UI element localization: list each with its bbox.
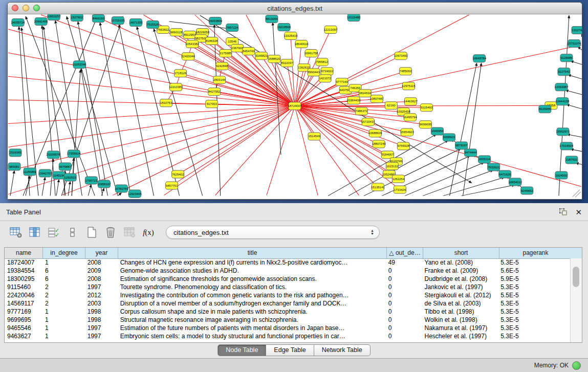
close-window-button[interactable] <box>12 5 18 11</box>
graph-node[interactable]: 917003 <box>206 100 218 108</box>
graph-node[interactable]: 8186328 <box>206 37 218 45</box>
graph-node[interactable]: 8322037 <box>281 59 293 67</box>
graph-node[interactable]: 14463627 <box>404 98 418 105</box>
graph-node[interactable]: 16961758 <box>304 50 318 57</box>
graph-node[interactable]: 8427552 <box>208 88 221 96</box>
column-header-pagerank[interactable]: pagerank <box>499 248 572 258</box>
graph-node[interactable]: 9975887 <box>59 163 71 170</box>
graph-node[interactable]: 15720437 <box>361 118 375 126</box>
tab-edge-table[interactable]: Edge Table <box>266 344 314 356</box>
graph-node[interactable]: 1514549 <box>308 133 320 140</box>
graph-node[interactable]: 2803144 <box>213 76 226 84</box>
graph-node[interactable]: 16033809 <box>208 17 222 25</box>
graph-node[interactable]: 2516065 <box>9 149 21 157</box>
graph-node[interactable]: 1187531 <box>565 156 578 164</box>
graph-node[interactable]: 9115460 <box>420 104 432 112</box>
graph-node[interactable]: 1615132 <box>386 162 398 170</box>
minimize-window-button[interactable] <box>23 5 29 11</box>
graph-node[interactable]: 3175685 <box>220 50 232 57</box>
graph-node[interactable]: 1312744 <box>572 27 582 34</box>
graph-node[interactable]: 21053346 <box>73 61 86 69</box>
graph-node[interactable]: 10543382 <box>185 40 199 48</box>
graph-node[interactable]: 1924502 <box>555 171 568 179</box>
graph-node[interactable]: 24055724 <box>11 19 25 27</box>
graph-node[interactable]: 10653257 <box>47 14 61 20</box>
graph-node[interactable]: 18640910 <box>295 40 309 48</box>
graph-node[interactable]: 3824534 <box>359 90 371 97</box>
function-builder-fx-icon[interactable]: f(x) <box>141 225 156 239</box>
graph-node[interactable]: 10115480 <box>347 14 361 21</box>
select-rows-icon[interactable]: ✓✓ <box>46 225 61 239</box>
network-view-window[interactable]: citations_edges.txt 18724007 7663822 966… <box>7 2 582 200</box>
graph-node[interactable]: 6879197 <box>455 142 468 149</box>
zoom-window-button[interactable] <box>33 5 40 11</box>
graph-node[interactable]: 18807249 <box>372 140 386 148</box>
graph-node[interactable]: 15992971 <box>556 128 570 136</box>
graph-node[interactable]: 11156869 <box>23 168 36 176</box>
graph-node[interactable]: 7632621 <box>488 163 500 171</box>
column-header-short[interactable]: short <box>423 248 499 258</box>
column-header-out_de[interactable]: △ out_de… <box>386 248 423 258</box>
graph-node[interactable]: 15751074 <box>568 40 581 48</box>
graph-node[interactable]: 10807487 <box>370 95 384 103</box>
table-vertical-scrollbar[interactable] <box>570 258 582 342</box>
graph-node[interactable]: 2367608 <box>231 45 244 52</box>
graph-node[interactable]: 8912954 <box>184 31 196 39</box>
graph-node[interactable]: 1421072 <box>319 75 331 82</box>
graph-node[interactable]: 8466160 <box>92 15 104 23</box>
graph-node[interactable]: 6734022 <box>321 68 333 75</box>
graph-node[interactable]: 12213097 <box>324 26 338 34</box>
graph-node[interactable]: 1145194 <box>53 171 65 179</box>
new-table-icon[interactable] <box>84 225 99 239</box>
graph-node[interactable]: 9129986 <box>560 54 573 62</box>
window-resize-grip[interactable] <box>573 190 581 198</box>
graph-node[interactable]: 20206576 <box>47 151 60 159</box>
graph-node[interactable]: 10719155 <box>111 17 125 25</box>
graph-node[interactable]: 15135141 <box>371 183 385 191</box>
graph-node[interactable]: 14671355 <box>129 19 143 27</box>
table-row[interactable]: 911546021997Tourette syndrome. Phenomeno… <box>5 283 571 291</box>
graph-node[interactable]: 9227542 <box>558 68 570 76</box>
graph-node[interactable]: 1640954 <box>431 127 443 135</box>
graph-node[interactable]: 20691406 <box>34 18 48 26</box>
row-height-icon[interactable] <box>65 225 80 239</box>
close-panel-icon[interactable]: ✕ <box>575 208 582 216</box>
graph-node[interactable]: 20364436 <box>347 97 361 104</box>
graph-node[interactable]: 12093387 <box>555 83 569 91</box>
graph-node[interactable]: 16782759 <box>115 185 128 192</box>
graph-node[interactable]: 1250515 <box>64 173 76 181</box>
table-row[interactable]: 2242004622012Investigating the contribut… <box>5 291 571 299</box>
graph-node[interactable]: 1795723 <box>85 177 97 184</box>
table-row[interactable]: 977716911998Corpus callosum shape and si… <box>5 308 571 316</box>
table-row[interactable]: 969969511998Structural magnetic resonanc… <box>5 316 571 324</box>
graph-node[interactable]: 15654923 <box>400 128 414 136</box>
graph-node[interactable]: 1810753 <box>160 99 172 107</box>
table-row[interactable]: 1830029562008Estimation of significance … <box>5 275 571 283</box>
graph-node[interactable]: 9756928 <box>397 142 409 150</box>
graph-node[interactable]: 7486372 <box>355 107 367 115</box>
graph-node[interactable]: 10958107 <box>97 180 111 188</box>
graph-node[interactable]: 1527602 <box>71 14 83 21</box>
table-row[interactable]: 1938455462009Genome-wide association stu… <box>5 267 571 275</box>
graph-node[interactable]: 8990443 <box>308 69 320 76</box>
tab-node-table[interactable]: Node Table <box>217 344 266 356</box>
table-options-icon[interactable] <box>8 225 24 239</box>
graph-node[interactable]: 7625402 <box>172 170 184 178</box>
float-panel-icon[interactable] <box>559 208 568 216</box>
scrollbar-thumb[interactable] <box>573 267 579 287</box>
graph-node[interactable]: 7857224 <box>226 24 238 32</box>
graph-node[interactable]: 12975115 <box>402 82 416 90</box>
graph-node[interactable]: 22420046 <box>181 53 195 60</box>
network-window-titlebar[interactable]: citations_edges.txt <box>8 3 582 14</box>
graph-node[interactable]: 12444138 <box>556 98 570 105</box>
graph-node[interactable]: 8813054 <box>266 15 278 23</box>
table-row[interactable]: 1872400712008Changes of HCN gene express… <box>5 258 571 267</box>
graph-node[interactable]: 62160 <box>385 102 397 110</box>
graph-node[interactable]: 9660128 <box>170 29 183 36</box>
table-row[interactable]: 946362711997Embryonic stem cells: a mode… <box>5 332 571 340</box>
graph-node[interactable]: 8115955 <box>539 105 551 113</box>
graph-node[interactable]: 10688609 <box>368 129 382 137</box>
graph-node[interactable]: 12923445 <box>128 190 142 198</box>
column-header-year[interactable]: year <box>85 248 118 258</box>
graph-node[interactable]: 10973493 <box>394 52 408 60</box>
